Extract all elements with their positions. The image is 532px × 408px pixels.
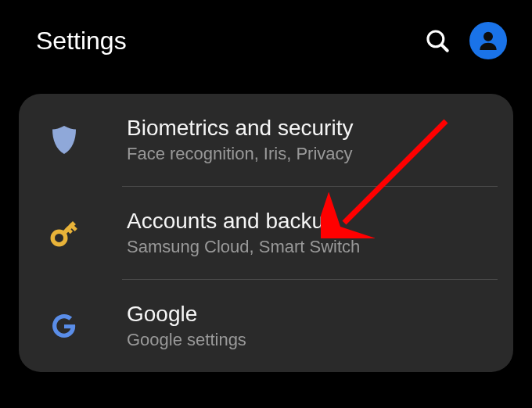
item-subtitle: Google settings <box>127 330 494 350</box>
google-icon <box>41 310 88 342</box>
page-title: Settings <box>36 27 127 55</box>
item-title: Google <box>127 302 494 327</box>
settings-item-biometrics[interactable]: Biometrics and security Face recognition… <box>19 94 513 186</box>
item-subtitle: Face recognition, Iris, Privacy <box>127 144 494 164</box>
item-text: Biometrics and security Face recognition… <box>127 116 494 164</box>
key-icon <box>41 216 88 250</box>
person-icon <box>476 28 501 53</box>
settings-card: Biometrics and security Face recognition… <box>19 94 513 372</box>
item-text: Google Google settings <box>127 302 494 350</box>
svg-point-2 <box>483 32 493 41</box>
item-title: Accounts and backup <box>127 209 494 234</box>
profile-avatar[interactable] <box>469 22 507 59</box>
item-subtitle: Samsung Cloud, Smart Switch <box>127 237 494 257</box>
search-icon[interactable] <box>424 27 451 54</box>
shield-icon <box>41 123 88 156</box>
item-title: Biometrics and security <box>127 116 494 141</box>
settings-item-google[interactable]: Google Google settings <box>19 280 513 372</box>
header-actions <box>424 22 507 59</box>
item-text: Accounts and backup Samsung Cloud, Smart… <box>127 209 494 257</box>
settings-item-accounts[interactable]: Accounts and backup Samsung Cloud, Smart… <box>19 187 513 279</box>
svg-line-1 <box>442 45 448 51</box>
app-header: Settings <box>0 0 532 81</box>
